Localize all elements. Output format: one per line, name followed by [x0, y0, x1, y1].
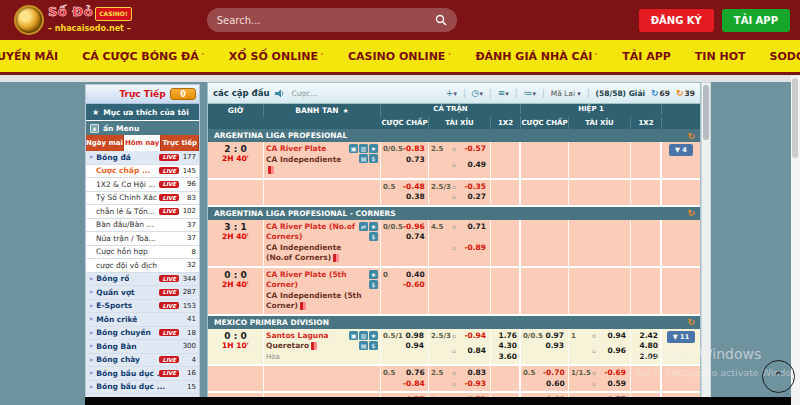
search-input[interactable]: [217, 15, 435, 26]
odds-value[interactable]: 0.74: [403, 232, 425, 243]
odds-value[interactable]: -0.69: [599, 368, 626, 379]
tv-icon[interactable]: ▣: [349, 144, 358, 153]
hide-menu-bar[interactable]: ∧ ẩn Menu: [86, 121, 199, 135]
league-header[interactable]: ARGENTINA LIGA PROFESIONAL↻: [208, 129, 700, 142]
home-team[interactable]: CA River Plate (5th Corner): [266, 270, 367, 291]
sidebar-item[interactable]: »Bóng chàyLIVE4: [86, 354, 199, 368]
favorites-bar[interactable]: ★ Mục ưa thích của tôi: [86, 104, 199, 121]
odds-value[interactable]: -0.48: [403, 182, 425, 193]
download-app-button[interactable]: TẢI APP: [722, 9, 790, 32]
odds-value[interactable]: 0.59: [599, 379, 626, 390]
away-team[interactable]: CA Independiente (5th Corner): [266, 291, 367, 312]
odds-value[interactable]: 0.93: [543, 341, 564, 352]
away-team[interactable]: CA Independiente (No.of Corners): [266, 243, 357, 264]
more-bets-button[interactable]: ▼ 4: [669, 144, 693, 156]
odds-value[interactable]: -0.70: [543, 368, 565, 379]
odds-value[interactable]: 0.94: [403, 341, 424, 352]
sidebar-item[interactable]: Cược chấp ...LIVE145: [86, 165, 199, 179]
table-scrollbar[interactable]: [701, 82, 711, 405]
refresh-orange[interactable]: ↻39: [676, 88, 695, 98]
odds-value[interactable]: 0.40: [403, 270, 425, 281]
odds-value[interactable]: 0.73: [403, 155, 425, 166]
page-scroll-thumb[interactable]: [792, 78, 798, 158]
home-team[interactable]: Santos Laguna: [266, 331, 347, 342]
book-icon[interactable]: ▤: [359, 154, 368, 163]
tab-trực-tiếp[interactable]: Trực tiếp: [161, 135, 199, 151]
odds-value[interactable]: -0.60: [403, 280, 425, 291]
odds-value[interactable]: -0.83: [403, 144, 425, 155]
register-button[interactable]: ĐĂNG KÝ: [639, 9, 714, 32]
site-logo[interactable]: Số Đỏ CASINO! – nhacaisodo.net –: [14, 5, 132, 35]
dollar-icon[interactable]: $: [369, 280, 378, 289]
odds-value[interactable]: 4.30: [493, 341, 517, 352]
dollar-icon[interactable]: $: [369, 154, 378, 163]
sidebar-item[interactable]: Bàn đầu/Bàn ...37: [86, 219, 199, 233]
sidebar-item[interactable]: Nửa trận / Toà...37: [86, 232, 199, 246]
more-bets-button[interactable]: ▼ 11: [667, 331, 695, 343]
sidebar-item[interactable]: »Bóng bầu dục ...LIVE16: [86, 367, 199, 381]
odds-value[interactable]: 0.27: [459, 192, 486, 203]
chart-icon[interactable]: ▥: [359, 331, 368, 340]
tab-ngày-mai[interactable]: Ngày mai: [86, 135, 124, 151]
nav-item-6[interactable]: TIN HOT: [695, 50, 746, 63]
book-icon[interactable]: ▤: [359, 341, 368, 350]
sidebar-item[interactable]: »Bóng đáLIVE177: [86, 151, 199, 165]
away-team[interactable]: Queretaro: [266, 341, 347, 352]
odds-value[interactable]: 0.76: [403, 368, 425, 379]
sidebar-item[interactable]: »Bóng rổLIVE344: [86, 273, 199, 287]
sidebar-item[interactable]: »Bóng Bàn300: [86, 340, 199, 354]
odds-value[interactable]: 0.98: [403, 331, 424, 342]
view-list-icon[interactable]: ≔▾: [523, 88, 536, 98]
odds-value[interactable]: 0.71: [459, 222, 486, 233]
sidebar-item[interactable]: »Bóng chuyềnLIVE18: [86, 327, 199, 341]
odds-value[interactable]: 0.97: [543, 331, 564, 342]
live-header[interactable]: Trực Tiếp 0: [86, 85, 199, 104]
refresh-icon[interactable]: ↻: [687, 317, 695, 327]
odds-value[interactable]: 1.76: [493, 331, 517, 342]
sidebar-item[interactable]: Cược hỗn hợp8: [86, 246, 199, 260]
star-icon[interactable]: ★: [369, 270, 378, 279]
star-icon[interactable]: ★: [369, 144, 378, 153]
dollar-icon[interactable]: $: [369, 341, 378, 350]
stats-card-icon[interactable]: [300, 302, 306, 310]
sidebar-item[interactable]: »E-SportsLIVE153: [86, 300, 199, 314]
bet-slip-label[interactable]: Cược...: [291, 89, 317, 98]
sidebar-item[interactable]: »Bóng bầu dục ...15: [86, 381, 199, 395]
sort-icon[interactable]: ≡▾: [498, 88, 509, 98]
odds-value[interactable]: -0.89: [459, 243, 486, 254]
home-team[interactable]: CA River Plate (No.of Corners): [266, 222, 357, 243]
odds-value[interactable]: 0.96: [599, 346, 626, 357]
clock-icon[interactable]: ◷▾: [472, 88, 483, 98]
swap-icon[interactable]: ⇄: [359, 222, 368, 231]
odds-value[interactable]: -0.94: [459, 331, 486, 342]
stats-card-icon[interactable]: [311, 342, 317, 350]
odds-value[interactable]: -0.93: [459, 379, 486, 390]
tab-hôm-nay[interactable]: Hôm nay: [124, 135, 162, 151]
odds-value[interactable]: 0.84: [459, 346, 486, 357]
nav-item-0[interactable]: KHUYẾN MÃI: [0, 50, 58, 63]
nav-item-2[interactable]: XỔ SỐ ONLINE˅: [229, 50, 324, 63]
nav-item-3[interactable]: CASINO ONLINE˅: [348, 50, 451, 63]
odds-value[interactable]: 0.49: [459, 160, 486, 171]
odds-format-select[interactable]: Mã Lai ▾: [551, 89, 581, 98]
stats-card-icon[interactable]: [333, 254, 339, 262]
nav-item-7[interactable]: SODO66: [770, 50, 800, 63]
odds-value[interactable]: 2.09: [633, 352, 658, 363]
search-icon[interactable]: [435, 14, 447, 26]
odds-value[interactable]: -0.57: [459, 144, 486, 155]
page-scrollbar[interactable]: [791, 76, 800, 405]
refresh-icon[interactable]: ↻: [687, 208, 695, 218]
scroll-top-button[interactable]: ⌃: [762, 360, 795, 393]
star-icon[interactable]: ★: [369, 331, 378, 340]
sidebar-item[interactable]: »Quần vợtLIVE287: [86, 286, 199, 300]
dollar-icon[interactable]: $: [369, 232, 378, 241]
odds-value[interactable]: -0.84: [403, 379, 425, 390]
refresh-icon[interactable]: ↻: [687, 131, 695, 141]
nav-item-4[interactable]: ĐÁNH GIÁ NHÀ CÁI˅: [475, 50, 598, 63]
nav-item-1[interactable]: CÁ CƯỢC BÓNG ĐÁ˅: [82, 50, 205, 63]
league-header[interactable]: ARGENTINA LIGA PROFESIONAL - CORNERS↻: [208, 207, 700, 220]
chart-icon[interactable]: ▥: [359, 144, 368, 153]
sidebar-item[interactable]: »Môn crikê41: [86, 313, 199, 327]
odds-value[interactable]: -0.96: [403, 222, 425, 233]
odds-value[interactable]: 0.83: [459, 368, 486, 379]
